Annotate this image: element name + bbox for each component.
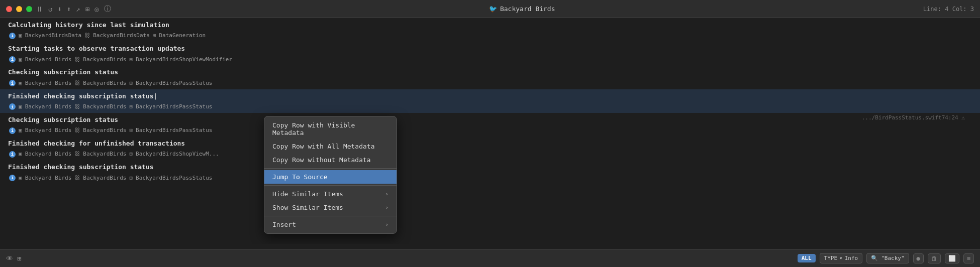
ctx-separator-3: [264, 216, 397, 216]
ctx-insert-arrow: ›: [385, 221, 388, 228]
log-meta: i ▣ Backyard Birds ⛓ BackyardBirds ⊞ Bac…: [8, 78, 972, 88]
ctx-insert-label: Insert: [272, 221, 296, 228]
info-badge: i: [9, 175, 16, 181]
search-value: "Backy": [881, 255, 904, 261]
ctx-show-arrow: ›: [385, 204, 388, 211]
log-title: Starting tasks to observe transaction up…: [8, 43, 972, 54]
log-title: Finished checking subscription status|: [8, 90, 972, 102]
meta-app: Backyard Birds: [25, 149, 72, 159]
ctx-show-similar-label: Show Similar Items: [272, 204, 343, 211]
ctx-copy-none-label: Copy Row without Metadata: [272, 156, 371, 164]
info-badge: i: [9, 103, 16, 110]
meta-tag: DataGeneration: [159, 31, 206, 41]
meta-tag: BackyardBirdsPassStatus: [136, 125, 212, 136]
all-filter[interactable]: ALL: [798, 254, 816, 262]
type-value: Info: [845, 255, 858, 261]
list-item: Finished checking for unfinished transac…: [0, 137, 980, 160]
info-badge: i: [9, 56, 16, 63]
file-icon: ⛓: [74, 173, 80, 183]
type-dropdown[interactable]: TYPE ▾ Info: [820, 253, 863, 263]
ctx-hide-similar[interactable]: Hide Similar Items ›: [264, 187, 397, 201]
location-icon[interactable]: ◎: [94, 5, 99, 13]
minimize-button[interactable]: [16, 6, 22, 12]
ctx-insert[interactable]: Insert ›: [264, 218, 397, 231]
tag-icon: ⊞: [129, 102, 133, 112]
file-icon: ⛓: [84, 31, 90, 41]
file-icon: ⛓: [74, 125, 80, 136]
app-icon: ▣: [19, 173, 22, 183]
maximize-button[interactable]: [26, 6, 32, 12]
tag-icon: ⊞: [129, 173, 133, 183]
ctx-copy-all[interactable]: Copy Row with All Metadata: [264, 140, 397, 153]
file-icon: ⛓: [74, 55, 80, 65]
ctx-hide-arrow: ›: [385, 191, 388, 197]
toolbar: ⏸ ↺ ⬇ ⬆ ↗ ⊞ ◎ ⓘ 🐦 Backyard Birds Line: 4…: [0, 0, 980, 18]
meta-file: BackyardBirds: [83, 55, 126, 65]
app-icon: ▣: [19, 102, 22, 112]
type-label: TYPE: [824, 255, 838, 261]
ctx-copy-visible-label: Copy Row with Visible Metadata: [272, 121, 388, 137]
tag-icon: ⊞: [153, 31, 156, 41]
share-icon[interactable]: ↗: [76, 5, 80, 13]
tag-icon: ⊞: [129, 55, 133, 65]
list-item: Calculating history since last simulatio…: [0, 18, 980, 42]
tag-icon: ⊞: [129, 78, 133, 88]
meta-file: BackyardBirds: [83, 78, 126, 88]
close-button[interactable]: [6, 6, 12, 12]
app-icon: ▣: [19, 149, 22, 159]
list-item: Finished checking subscription status| i…: [0, 89, 980, 113]
eye-icon[interactable]: 👁: [6, 254, 13, 262]
app-icon: ▣: [19, 78, 22, 88]
trash-button[interactable]: 🗑: [928, 253, 941, 263]
info-badge: i: [9, 80, 16, 86]
app-title: Backyard Birds: [500, 5, 555, 13]
context-menu: Copy Row with Visible Metadata Copy Row …: [264, 116, 397, 234]
meta-app: Backyard Birds: [25, 102, 72, 112]
ctx-hide-similar-label: Hide Similar Items: [272, 190, 343, 198]
log-meta: i ▣ Backyard Birds ⛓ BackyardBirds ⊞ Bac…: [8, 102, 972, 112]
pause-icon[interactable]: ⏸: [36, 5, 43, 13]
list-item: Finished checking subscription status i …: [0, 160, 980, 184]
upload-icon[interactable]: ⬆: [67, 5, 71, 13]
meta-file: BackyardBirds: [83, 102, 126, 112]
ctx-show-similar[interactable]: Show Similar Items ›: [264, 201, 397, 214]
toolbar-title: 🐦 Backyard Birds: [489, 5, 555, 13]
record-button[interactable]: ●: [913, 253, 924, 263]
file-reference: .../BirdPassStatus.swift74:24 ⚠: [862, 114, 965, 121]
info-badge: i: [9, 33, 16, 39]
download-icon[interactable]: ⬇: [57, 5, 61, 13]
toolbar-actions: ⏸ ↺ ⬇ ⬆ ↗ ⊞ ◎ ⓘ: [36, 5, 111, 14]
stack-icon[interactable]: ⊞: [17, 254, 21, 262]
list-item: Checking subscription status i ▣ Backyar…: [0, 65, 980, 89]
log-title: Checking subscription status: [8, 114, 972, 125]
ctx-separator-2: [264, 185, 397, 186]
network-icon[interactable]: ⊞: [85, 5, 89, 13]
meta-app: Backyard Birds: [25, 173, 72, 183]
app-icon: ▣: [19, 125, 22, 136]
info-icon[interactable]: ⓘ: [104, 5, 111, 14]
log-meta: i ▣ Backyard Birds ⛓ BackyardBirds ⊞ Bac…: [8, 173, 972, 183]
log-meta: i ▣ Backyard Birds ⛓ BackyardBirds ⊞ Bac…: [8, 55, 972, 65]
app-icon: ▣: [19, 55, 22, 65]
meta-app: Backyard Birds: [25, 78, 72, 88]
ctx-jump-source[interactable]: Jump To Source: [264, 170, 397, 184]
status-right: ALL TYPE ▾ Info 🔍 "Backy" ● 🗑 ⬜ ≡: [798, 253, 974, 263]
list-item: Checking subscription status i ▣ Backyar…: [0, 113, 980, 137]
search-field[interactable]: 🔍 "Backy": [866, 253, 909, 263]
info-badge: i: [9, 127, 16, 134]
meta-file: BackyardBirds: [83, 125, 126, 136]
split-button[interactable]: ⬜: [945, 253, 959, 263]
ctx-jump-source-label: Jump To Source: [272, 173, 328, 181]
search-icon: 🔍: [871, 255, 878, 261]
meta-tag: BackyardBirdsShopViewM...: [136, 149, 219, 159]
meta-file: BackyardBirds: [83, 149, 126, 159]
ctx-copy-none[interactable]: Copy Row without Metadata: [264, 153, 397, 167]
menu-button[interactable]: ≡: [963, 253, 974, 263]
info-badge: i: [9, 151, 16, 158]
meta-app: Backyard Birds: [25, 55, 72, 65]
meta-file: BackyardBirdsData: [93, 31, 150, 41]
ctx-copy-visible[interactable]: Copy Row with Visible Metadata: [264, 118, 397, 140]
tag-icon: ⊞: [129, 149, 133, 159]
meta-tag: BackyardBirdsPassStatus: [136, 102, 212, 112]
restart-icon[interactable]: ↺: [48, 5, 52, 13]
